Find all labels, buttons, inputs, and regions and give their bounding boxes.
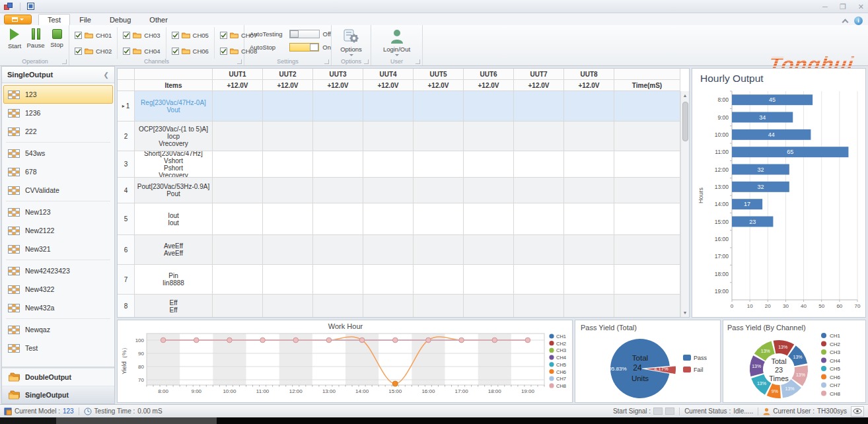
sidebar-item-new2122[interactable]: New2122: [3, 221, 113, 240]
time-cell: [614, 235, 680, 265]
sidebar-item-newqaz[interactable]: Newqaz: [3, 320, 113, 339]
channel-ch03[interactable]: CH03: [123, 32, 160, 39]
column-header-uut1: UUT1: [213, 69, 263, 80]
sidebar-item-543ws[interactable]: 543ws: [3, 144, 113, 162]
svg-text:CH7: CH7: [556, 376, 566, 382]
row-number: 4: [118, 178, 135, 203]
restore-icon[interactable]: ❐: [840, 3, 846, 10]
uut-voltage: +12.0V: [514, 80, 564, 91]
sidebar-item-1236[interactable]: 1236: [3, 104, 113, 122]
autotesting-toggle[interactable]: [289, 30, 319, 38]
sidebar-item-new432a[interactable]: New432a: [3, 299, 113, 317]
table-row[interactable]: 8EffEff: [118, 295, 680, 318]
svg-text:32: 32: [757, 166, 764, 173]
svg-text:32: 32: [757, 184, 764, 190]
table-row[interactable]: 2OCP[230Vac/-(1 to 5)A]IocpVrecovery: [118, 122, 680, 151]
sidebar-item-222[interactable]: 222: [3, 122, 113, 141]
collapse-ribbon-icon[interactable]: [842, 18, 849, 25]
table-row[interactable]: 7PinIin8888: [118, 265, 680, 295]
result-cell: [263, 91, 313, 122]
checkbox-checked[interactable]: [172, 32, 179, 39]
channel-ch05[interactable]: CH05: [172, 32, 209, 39]
scroll-up-icon[interactable]: ▲: [681, 91, 689, 100]
collapse-sidebar-icon[interactable]: ❮: [104, 71, 109, 79]
checkbox-checked[interactable]: [123, 32, 130, 39]
svg-text:CH4: CH4: [830, 358, 841, 364]
minimize-icon[interactable]: ─: [822, 3, 828, 10]
autostop-toggle[interactable]: [289, 43, 319, 52]
svg-text:9%: 9%: [772, 389, 778, 394]
result-cell: [213, 235, 263, 265]
row-number: 8: [118, 295, 135, 318]
sidebar-item-cvvalidate[interactable]: CVValidate: [3, 181, 113, 199]
sidebar-item-678[interactable]: 678: [3, 162, 113, 181]
checkbox-checked[interactable]: [123, 48, 130, 55]
tab-file[interactable]: File: [70, 14, 100, 25]
checkbox-checked[interactable]: [75, 48, 82, 55]
folder-icon: [133, 48, 141, 54]
result-cell: [564, 91, 614, 122]
svg-text:13%: 13%: [752, 364, 761, 369]
dialog-launcher[interactable]: [237, 59, 242, 64]
folder-icon: [9, 390, 20, 400]
uut-voltage: +12.0V: [263, 80, 313, 91]
checkbox-checked[interactable]: [172, 48, 179, 55]
checkbox-checked[interactable]: [220, 48, 227, 55]
dialog-launcher[interactable]: [324, 59, 329, 64]
sidebar-item-123[interactable]: 123: [3, 85, 113, 104]
start-button[interactable]: Start: [5, 28, 24, 50]
pause-button[interactable]: Pause: [26, 28, 45, 50]
result-cell: [564, 265, 614, 295]
hourly-output-panel: Hourly Output8:00459:003410:004411:00651…: [692, 68, 866, 318]
sidebar-item-new123[interactable]: New123: [3, 203, 113, 221]
application-menu-button[interactable]: [4, 15, 32, 24]
sidebar-item-new4322[interactable]: New4322: [3, 280, 113, 299]
tab-debug[interactable]: Debug: [100, 14, 140, 25]
help-icon[interactable]: i: [854, 17, 863, 25]
result-cell: [363, 295, 414, 318]
channel-ch06[interactable]: CH06: [172, 48, 209, 55]
scroll-down-icon[interactable]: ▼: [681, 308, 689, 317]
dialog-launcher[interactable]: [364, 59, 369, 64]
options-button[interactable]: Options: [332, 25, 371, 56]
channel-ch02[interactable]: CH02: [75, 48, 112, 55]
table-row[interactable]: 4Pout[230Vac/53Hz-0.9A]Pout: [118, 178, 680, 203]
login-out-button[interactable]: Login/Out: [371, 25, 422, 56]
checkbox-checked[interactable]: [220, 32, 227, 39]
result-cell: [313, 91, 363, 122]
stop-button[interactable]: Stop: [48, 28, 66, 50]
table-scrollbar[interactable]: ▲ ▼: [680, 91, 689, 317]
table-row[interactable]: 5IoutIout: [118, 203, 680, 235]
sidebar: SingleOutput ❮ 1231236222543ws678CVValid…: [1, 66, 115, 404]
tab-test[interactable]: Test: [38, 14, 70, 25]
sidebar-nav-singleoutput[interactable]: SingleOutput: [2, 386, 114, 404]
pause-icon: [32, 28, 40, 40]
result-cell: [514, 151, 564, 178]
result-cell: [263, 265, 313, 295]
close-icon[interactable]: ✕: [858, 3, 864, 10]
monitor-view-button[interactable]: [851, 406, 864, 417]
sidebar-item-test[interactable]: Test: [3, 339, 113, 357]
time-cell: [614, 203, 680, 235]
channel-ch04[interactable]: CH04: [123, 48, 160, 55]
tab-other[interactable]: Other: [140, 14, 177, 25]
channel-ch01[interactable]: CH01: [75, 32, 112, 39]
quick-access-icon[interactable]: [27, 3, 34, 10]
uut-voltage: +12.0V: [564, 80, 614, 91]
sidebar-nav-doubleoutput[interactable]: DoubleOutput: [2, 368, 114, 386]
svg-text:17:00: 17:00: [715, 253, 729, 260]
scroll-thumb[interactable]: [682, 102, 688, 141]
checkbox-checked[interactable]: [75, 32, 82, 39]
table-row[interactable]: ▸1Reg[230Vac/47Hz-0A]Vout: [118, 91, 680, 122]
svg-text:CH6: CH6: [556, 369, 566, 375]
dialog-launcher[interactable]: [62, 59, 67, 64]
sidebar-item-new321[interactable]: New321: [3, 240, 113, 258]
sidebar-item-new42423423[interactable]: New42423423: [3, 262, 113, 280]
table-row[interactable]: 3Short[230Vac/47Hz]VshortPshortVrecovery: [118, 151, 680, 178]
model-grid-icon: [8, 285, 20, 294]
dialog-launcher[interactable]: [416, 59, 420, 64]
group-operation: Start Pause Stop Operation: [1, 25, 69, 65]
table-row[interactable]: 6AveEffAveEff: [118, 235, 680, 265]
svg-text:13%: 13%: [761, 349, 770, 353]
uut-voltage: +12.0V: [414, 80, 464, 91]
